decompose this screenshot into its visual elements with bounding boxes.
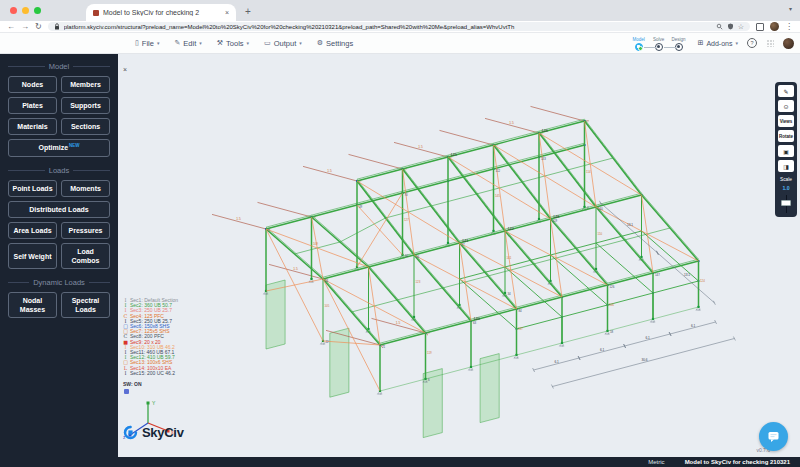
account-avatar[interactable] <box>783 38 794 49</box>
sidebar-button-self-weight[interactable]: Self Weight <box>8 243 57 269</box>
sidebar-button-nodal-masses[interactable]: Nodal Masses <box>8 292 57 318</box>
step-solve[interactable]: Solve <box>649 36 669 51</box>
viewport-close-icon[interactable]: × <box>123 66 127 73</box>
menu-output[interactable]: ▭Output▾ <box>264 39 302 48</box>
tab-close-icon[interactable]: × <box>225 9 229 16</box>
browser-menu-icon[interactable]: ⋮ <box>785 23 793 31</box>
svg-text:145: 145 <box>495 194 500 198</box>
step-model[interactable]: Model <box>629 36 649 51</box>
step-dot-glyph <box>677 45 680 48</box>
svg-text:141: 141 <box>462 239 468 243</box>
sidebar-button-nodes[interactable]: Nodes <box>8 76 57 93</box>
self-weight-status: SW: ON <box>123 381 142 387</box>
axis-y-label: Y <box>152 400 156 406</box>
sidebar-section-title: Dynamic Loads <box>8 278 110 287</box>
bookmark-star-icon[interactable]: ☆ <box>738 23 744 30</box>
section-shape-icon: I <box>123 371 128 376</box>
reload-icon[interactable]: ↻ <box>35 23 42 31</box>
main-area: ModelNodesMembersPlatesSupportsMaterials… <box>0 53 800 457</box>
tab-search-chevron-icon[interactable]: ▾ <box>789 5 792 12</box>
window-minimize-button[interactable] <box>22 7 29 14</box>
divider <box>8 170 45 171</box>
url-bar[interactable]: platform.skyciv.com/structural?preload_n… <box>48 22 750 31</box>
step-design[interactable]: Design <box>669 36 689 51</box>
window-zoom-button[interactable] <box>34 7 41 14</box>
views-tool[interactable]: Views <box>778 115 794 127</box>
forward-icon[interactable]: → <box>21 23 29 31</box>
menu-edit[interactable]: ✎Edit▾ <box>174 39 201 48</box>
step-dot-glyph <box>657 45 660 48</box>
sidebar-button-materials[interactable]: Materials <box>8 118 57 135</box>
sidebar-button-point-loads[interactable]: Point Loads <box>8 180 57 197</box>
sidebar-button-plates[interactable]: Plates <box>8 97 57 114</box>
apps-grid-icon[interactable] <box>766 39 774 47</box>
skyciv-brand: SkyCiv <box>123 425 184 440</box>
scale-label: Scale <box>780 177 792 182</box>
svg-text:123: 123 <box>416 280 421 284</box>
sidebar-button-pressures[interactable]: Pressures <box>61 222 110 239</box>
svg-text:140: 140 <box>598 207 603 211</box>
step-dot <box>675 43 683 51</box>
menu-tools[interactable]: ⚒Tools▾ <box>217 39 249 48</box>
svg-text:110: 110 <box>598 232 603 236</box>
section-title-text: Model <box>49 62 69 71</box>
sidebar-button-area-loads[interactable]: Area Loads <box>8 222 57 239</box>
render-tool[interactable]: ◨ <box>778 160 794 172</box>
divider <box>8 66 45 67</box>
svg-text:140: 140 <box>474 317 480 321</box>
step-label: Design <box>672 37 686 42</box>
step-dot-glyph <box>637 45 640 48</box>
rotate-tool[interactable]: Rotate <box>778 130 794 142</box>
svg-text:133: 133 <box>541 157 546 161</box>
sidebar-button-spectral-loads[interactable]: Spectral Loads <box>61 292 110 318</box>
svg-text:77: 77 <box>462 243 466 247</box>
back-icon[interactable]: ← <box>7 23 15 31</box>
sidebar-button-optimize[interactable]: OptimizeNEW <box>8 139 110 156</box>
sidebar-button-moments[interactable]: Moments <box>61 180 110 197</box>
help-icon[interactable]: ? <box>747 38 757 48</box>
svg-text:1.5: 1.5 <box>327 169 332 173</box>
svg-text:13.1: 13.1 <box>684 273 690 277</box>
menu-settings[interactable]: ⚙Settings <box>317 39 353 48</box>
slider-thumb[interactable] <box>781 200 791 206</box>
chat-button[interactable] <box>759 422 788 451</box>
sidebar-button-sections[interactable]: Sections <box>61 118 110 135</box>
tools-icon: ⚒ <box>217 39 223 47</box>
svg-text:6.1: 6.1 <box>645 336 650 340</box>
browser-tab[interactable]: Model to SkyCiv for checking 2 × <box>86 4 236 21</box>
svg-text:148: 148 <box>553 215 559 219</box>
new-tab-button[interactable]: + <box>245 7 251 17</box>
svg-text:30.6: 30.6 <box>641 358 647 362</box>
structure-3d-model[interactable]: 1.51.51.51.51.51.513.113.16.16.16.16.130… <box>118 53 800 457</box>
shield-icon[interactable] <box>727 23 734 30</box>
sidebar-button-supports[interactable]: Supports <box>61 97 110 114</box>
sidebar-button-members[interactable]: Members <box>61 76 110 93</box>
url-text: platform.skyciv.com/structural?preload_n… <box>64 24 712 30</box>
menu-file[interactable]: ▯File▾ <box>135 39 159 48</box>
addons-icon: ⊞ <box>698 39 704 47</box>
camera-tool[interactable]: ▣ <box>778 145 794 157</box>
chevron-down-icon: ▾ <box>299 40 302 46</box>
window-close-button[interactable] <box>10 7 17 14</box>
edit-tool[interactable]: ✎ <box>778 85 794 97</box>
svg-text:63: 63 <box>473 321 477 325</box>
side-panel-icon[interactable] <box>756 23 764 31</box>
svg-text:13.1: 13.1 <box>627 223 633 227</box>
scale-slider[interactable] <box>779 195 793 213</box>
sidebar-button-load-combos[interactable]: Load Combos <box>61 243 110 269</box>
menu-label: Settings <box>326 39 353 48</box>
edit-icon: ✎ <box>174 39 180 47</box>
viewport-3d[interactable]: 1.51.51.51.51.51.513.113.16.16.16.16.130… <box>118 53 800 457</box>
app-header: ▯File▾✎Edit▾⚒Tools▾▭Output▾⚙Settings Mod… <box>0 33 800 54</box>
visibility-tool[interactable]: ⊙ <box>778 100 794 112</box>
addons-menu[interactable]: ⊞ Add-ons ▾ <box>698 39 738 47</box>
svg-text:6.1: 6.1 <box>554 360 559 364</box>
model-name-label: Model to SkyCiv for checking 210321 <box>685 459 790 465</box>
browser-profile-avatar[interactable] <box>770 22 779 31</box>
settings-icon: ⚙ <box>317 39 323 47</box>
search-icon[interactable] <box>716 23 723 30</box>
sidebar-buttons: Nodal MassesSpectral Loads <box>0 292 118 318</box>
menu-label: Edit <box>183 39 196 48</box>
sidebar-button-distributed-loads[interactable]: Distributed Loads <box>8 201 110 218</box>
svg-text:119: 119 <box>553 219 558 223</box>
